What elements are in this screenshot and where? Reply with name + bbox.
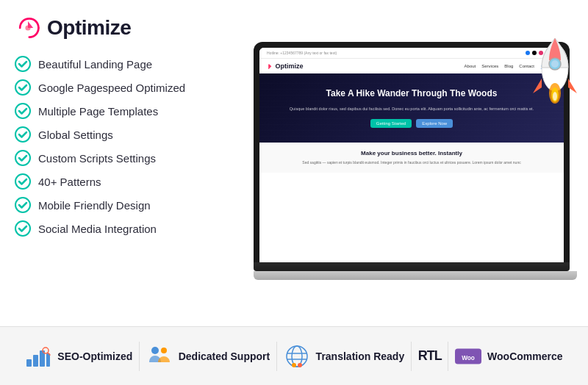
svg-rect-15 xyxy=(26,359,32,367)
hero-title: Take A Hike Wander Through The Woods xyxy=(270,88,553,100)
laptop-screen-inner: Hotline: +1234567789 (Any text or fax te… xyxy=(259,48,564,262)
svg-rect-18 xyxy=(46,353,50,367)
svg-point-23 xyxy=(287,346,307,367)
svg-point-21 xyxy=(151,347,159,354)
divider-1 xyxy=(139,342,140,371)
svg-point-0 xyxy=(25,25,30,30)
svg-point-3 xyxy=(15,104,30,118)
svg-point-6 xyxy=(15,174,30,189)
svg-point-2 xyxy=(15,80,30,95)
site-header-bar: Hotline: +1234567789 (Any text or fax te… xyxy=(259,48,564,59)
list-item: Beautiful Landing Page xyxy=(15,56,235,72)
feature-label: Social Media Integration xyxy=(38,223,157,235)
feature-label: Multiple Page Templates xyxy=(38,105,158,118)
right-panel: Hotline: +1234567789 (Any text or fax te… xyxy=(250,15,573,319)
rtl-label: RTL xyxy=(418,348,442,364)
laptop-base xyxy=(254,262,570,271)
logo-text: Optimize xyxy=(47,16,131,40)
badge-seo: SEO-Optimized xyxy=(25,343,132,370)
badge-woocommerce: Woo WooCommerce xyxy=(455,343,562,370)
badge-rtl: RTL xyxy=(418,348,442,364)
left-panel: Optimize Beautiful Landing Page Google P… xyxy=(15,15,235,319)
laptop-screen-outer: Hotline: +1234567789 (Any text or fax te… xyxy=(254,42,570,262)
svg-rect-16 xyxy=(33,355,38,367)
feature-label: Global Settings xyxy=(38,129,113,141)
nav-services: Services xyxy=(481,64,498,69)
feature-label: Custom Scripts Settings xyxy=(38,152,156,165)
list-item: Global Settings xyxy=(15,126,235,143)
svg-point-4 xyxy=(15,127,30,142)
check-icon xyxy=(15,56,31,72)
list-item: Google Pagespeed Optimized xyxy=(15,79,235,96)
check-icon xyxy=(15,150,31,166)
hero-buttons: Getting Started Explore Now xyxy=(270,119,553,128)
divider-2 xyxy=(276,342,277,371)
divider-4 xyxy=(448,342,448,371)
badge-support: Dedicated Support xyxy=(146,343,270,370)
section-title: Make your business better. Instantly xyxy=(270,150,553,156)
footer-badges-bar: SEO-Optimized Dedicated Support xyxy=(0,326,588,385)
svg-text:Woo: Woo xyxy=(462,354,475,361)
svg-point-28 xyxy=(298,363,302,367)
list-item: Social Media Integration xyxy=(15,220,235,237)
nav-about: About xyxy=(465,64,476,69)
list-item: 40+ Patterns xyxy=(15,173,235,190)
svg-point-1 xyxy=(15,57,30,71)
translation-icon xyxy=(284,343,310,370)
translation-label: Translation Ready xyxy=(316,350,405,362)
svg-point-11 xyxy=(551,60,559,68)
rocket-decoration xyxy=(526,35,584,108)
support-icon xyxy=(146,343,173,370)
hotline-text: Hotline: +1234567789 (Any text or fax te… xyxy=(267,51,337,55)
woocommerce-label: WooCommerce xyxy=(487,350,562,362)
svg-point-22 xyxy=(161,348,167,353)
logo-area: Optimize xyxy=(15,15,235,41)
feature-label: Google Pagespeed Optimized xyxy=(38,82,185,94)
logo-icon xyxy=(15,15,41,41)
feature-label: Mobile Friendly Design xyxy=(38,199,151,212)
check-icon xyxy=(15,103,31,119)
check-icon xyxy=(15,173,31,190)
feature-label: Beautiful Landing Page xyxy=(38,58,152,71)
explore-now-button[interactable]: Explore Now xyxy=(416,119,453,128)
list-item: Multiple Page Templates xyxy=(15,103,235,119)
badge-translation: Translation Ready xyxy=(284,343,405,370)
business-section: Make your business better. Instantly Sed… xyxy=(259,143,564,173)
hero-section: Take A Hike Wander Through The Woods Qui… xyxy=(259,73,564,143)
nav-blog: Blog xyxy=(504,64,513,69)
svg-point-5 xyxy=(15,151,30,165)
features-list: Beautiful Landing Page Google Pagespeed … xyxy=(15,56,235,237)
hero-subtitle: Quisque blandit dolor risus, sed dapibus… xyxy=(270,106,553,112)
main-content: Optimize Beautiful Landing Page Google P… xyxy=(0,0,588,326)
section-text: Sed sagittis — sapien et turpis blandit … xyxy=(270,160,553,166)
divider-3 xyxy=(411,342,412,371)
check-icon xyxy=(15,197,31,213)
laptop-stand xyxy=(254,271,577,280)
feature-label: 40+ Patterns xyxy=(38,176,101,188)
seo-label: SEO-Optimized xyxy=(57,350,132,362)
site-navigation: ⏵ Optimize About Services Blog Contact 👤… xyxy=(259,59,564,73)
svg-point-27 xyxy=(292,363,296,367)
support-label: Dedicated Support xyxy=(179,350,270,362)
svg-point-7 xyxy=(15,198,30,212)
check-icon xyxy=(15,79,31,96)
laptop-mockup: Hotline: +1234567789 (Any text or fax te… xyxy=(254,42,570,292)
check-icon xyxy=(15,126,31,143)
woocommerce-icon: Woo xyxy=(455,343,481,370)
svg-point-14 xyxy=(553,92,557,101)
list-item: Custom Scripts Settings xyxy=(15,150,235,166)
svg-point-8 xyxy=(15,221,30,236)
check-icon xyxy=(15,220,31,237)
seo-icon xyxy=(25,343,51,370)
list-item: Mobile Friendly Design xyxy=(15,197,235,213)
getting-started-button[interactable]: Getting Started xyxy=(370,119,412,128)
site-logo: ⏵ Optimize xyxy=(267,62,304,70)
